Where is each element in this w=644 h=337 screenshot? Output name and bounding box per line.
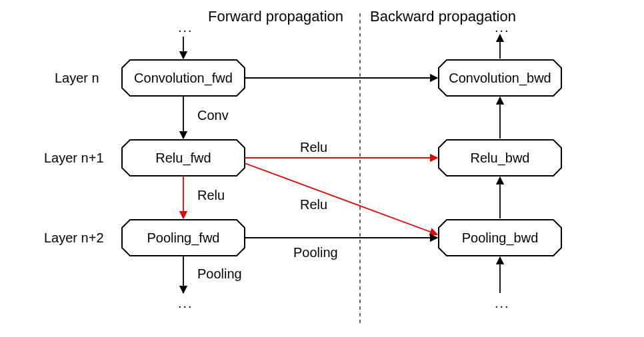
edge-label-pooling-h: Pooling bbox=[293, 245, 338, 260]
edge-label-relu-diag: Relu bbox=[300, 197, 327, 212]
header-forward: Forward propagation bbox=[208, 8, 343, 25]
diagram-canvas: Forward propagation Backward propagation… bbox=[0, 0, 644, 337]
edge-label-relu-vert: Relu bbox=[197, 188, 225, 203]
ellipsis-top-fwd: ... bbox=[178, 20, 193, 35]
ellipsis-top-bwd: ... bbox=[495, 20, 510, 35]
box-pool-fwd: Pooling_fwd bbox=[122, 230, 245, 246]
ellipsis-bottom-fwd: ... bbox=[178, 296, 193, 311]
edge-label-pooling-out: Pooling bbox=[197, 266, 242, 282]
edge-label-conv: Conv bbox=[197, 108, 229, 123]
ellipsis-bottom-bwd: ... bbox=[495, 296, 510, 311]
box-relu-fwd: Relu_fwd bbox=[122, 151, 245, 166]
layer-n2-label: Layer n+2 bbox=[44, 230, 104, 246]
diagram-svg bbox=[0, 0, 644, 337]
edge-label-relu-horiz: Relu bbox=[300, 140, 327, 155]
box-relu-bwd: Relu_bwd bbox=[439, 151, 561, 166]
box-conv-fwd: Convolution_fwd bbox=[122, 71, 245, 86]
layer-n-label: Layer n bbox=[55, 71, 99, 86]
layer-n1-label: Layer n+1 bbox=[44, 151, 104, 166]
box-pool-bwd: Pooling_bwd bbox=[439, 230, 561, 246]
box-conv-bwd: Convolution_bwd bbox=[439, 71, 561, 86]
svg-line-11 bbox=[245, 163, 437, 234]
